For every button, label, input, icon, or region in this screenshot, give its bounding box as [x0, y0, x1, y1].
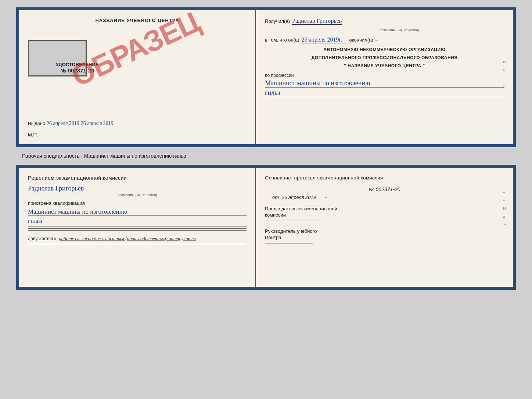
ot-date-line: от 26 апреля 2019 –: [272, 195, 504, 200]
bottom-document: Решением экзаменационной комиссии Радисл…: [16, 165, 516, 290]
mp-label: М.П.: [28, 132, 38, 138]
profession-line1: Машинист машины по изготовлению: [265, 79, 504, 88]
vydano-line: Выдано 26 апреля 2019 26 апреля 2019: [28, 121, 114, 127]
poluchil-label: Получил(а): [265, 18, 290, 24]
org-line2: ДОПОЛНИТЕЛЬНОГО ПРОФЕССИОНАЛЬНОГО ОБРАЗО…: [265, 55, 504, 60]
bottom-side-dash1: –: [503, 190, 507, 194]
bottom-side-dash4: –: [503, 238, 507, 243]
top-doc-left: НАЗВАНИЕ УЧЕБНОГО ЦЕНТРА УДОСТОВЕРЕНИЕ №…: [19, 10, 256, 144]
rukovoditel-line1: Руководитель учебного: [265, 228, 504, 234]
ot-dash: –: [325, 195, 327, 200]
vtom-label: в том, что он(а): [265, 37, 299, 43]
okonchil-label: окончил(а): [349, 37, 373, 43]
profession-block: Машинист машины по изготовлению гильз: [265, 79, 504, 97]
osnovanie-label: Основание: протокол экзаменационной коми…: [265, 175, 504, 181]
bottom-doc-right: Основание: протокол экзаменационной коми…: [256, 168, 513, 287]
qual-line2: гильз: [28, 217, 247, 225]
po-professii-label: по профессии: [265, 73, 504, 78]
ot-date-val: 26 апреля 2019: [282, 195, 316, 200]
predsedatel-line1: Председатель экзаменационной: [265, 206, 504, 211]
prisvoena-label: присвоена квалификация: [28, 200, 247, 206]
profession-line2: гильз: [265, 89, 504, 97]
bottom-fio-label: (фамилия, имя, отчество): [28, 193, 247, 197]
org-line3: " НАЗВАНИЕ УЧЕБНОГО ЦЕНТРА ": [265, 63, 504, 68]
top-document: НАЗВАНИЕ УЧЕБНОГО ЦЕНТРА УДОСТОВЕРЕНИЕ №…: [16, 7, 516, 147]
side-a: а: [503, 68, 507, 72]
bottom-doc-left: Решением экзаменационной комиссии Радисл…: [19, 168, 256, 287]
predsedatel-line2: комиссии: [265, 212, 504, 218]
vydano-date: 26 апреля 2019: [47, 121, 79, 126]
dopuskaetsya-label: допускается к: [28, 236, 56, 241]
dash-line-4: [28, 244, 247, 244]
resheniyem-label: Решением экзаменационной комиссии: [28, 175, 247, 181]
dopuskaetsya-block: допускается к работе согласно должностны…: [28, 236, 247, 242]
bottom-side-arrow: ←: [503, 222, 507, 227]
bottom-side-dash3: –: [503, 230, 507, 235]
bottom-side-a: а: [503, 214, 507, 218]
dash2: –: [375, 37, 378, 43]
side-dash2: –: [503, 51, 507, 56]
bottom-side-dash5: –: [503, 246, 507, 251]
dash-line-3: [28, 230, 247, 231]
dash-line-2: [28, 228, 247, 229]
qual-line1: Машинист машины по изготовлению: [28, 208, 247, 216]
dopusk-text: работе согласно должностным (производств…: [59, 236, 195, 241]
rukovoditel-sign-line: [265, 243, 313, 243]
vydano-date-val: 26 апреля 2019: [81, 121, 114, 126]
rukovoditel-line2: Центра: [265, 235, 504, 240]
qual-block: Машинист машины по изготовлению гильз: [28, 208, 247, 225]
org-line1: АВТОНОМНУЮ НЕКОММЕРЧЕСКУЮ ОРГАНИЗАЦИЮ: [265, 47, 504, 52]
poluchil-line: Получил(а) Радислав Григорьев –: [265, 18, 504, 25]
bottom-side-i: И: [503, 206, 507, 210]
protocol-number: № 002371-20: [265, 186, 504, 192]
ot-label: от: [272, 195, 279, 200]
predsedatel-sign-line: [265, 221, 324, 221]
vydano-label: Выдано: [28, 121, 45, 126]
vtom-line: в том, что он(а) 26 апреля 2019г. окончи…: [265, 36, 504, 43]
vtom-date: 26 апреля 2019г.: [302, 36, 346, 43]
side-arrow: ←: [503, 76, 507, 80]
side-i: И: [503, 60, 507, 64]
side-dash1: –: [503, 43, 507, 48]
top-doc-right: Получил(а) Радислав Григорьев – (фамилия…: [256, 10, 513, 144]
bottom-name: Радислав Григорьев: [28, 185, 84, 192]
recipient-name: Радислав Григорьев: [292, 18, 342, 25]
dash-separator: –: [345, 19, 347, 24]
side-dash3: –: [503, 84, 507, 88]
fio-label: (фамилия, имя, отчество): [294, 28, 504, 32]
dash-line-1: [28, 227, 247, 227]
bottom-side-dash2: –: [503, 198, 507, 202]
section-specialty-label: Рабочая специальность - Машинист машины …: [7, 153, 186, 159]
